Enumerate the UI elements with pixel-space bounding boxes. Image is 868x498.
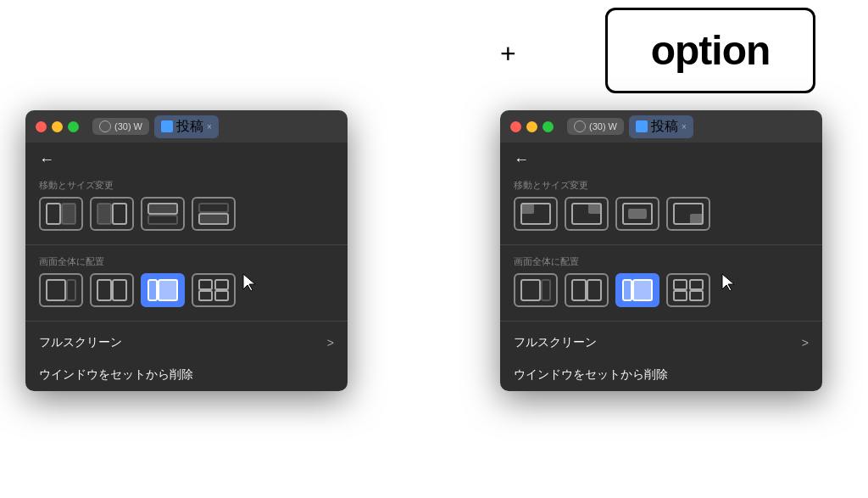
right-window-panel: (30) W 投稿 × ← 移動とサイズ変更 — [500, 110, 822, 391]
left-fullscreen-chevron-icon: > — [327, 336, 334, 350]
left-dropdown-panel: ← 移動とサイズ変更 — [25, 143, 348, 391]
svg-rect-11 — [199, 214, 228, 224]
left-active-tab[interactable]: 投稿 × — [154, 115, 219, 138]
right-grid-icon-4[interactable] — [666, 197, 710, 231]
right-back-row: ← — [500, 143, 822, 174]
left-divider2 — [25, 321, 348, 322]
right-grid-icon-1[interactable] — [514, 197, 558, 231]
left-globe-icon — [99, 120, 111, 132]
right-fullscreen-button[interactable] — [542, 121, 554, 132]
svg-rect-27 — [628, 209, 647, 219]
svg-rect-20 — [199, 291, 212, 300]
right-back-arrow-icon[interactable]: ← — [514, 151, 529, 169]
left-grid-icon-2[interactable] — [90, 197, 134, 231]
right-title-bar: (30) W 投稿 × — [500, 110, 822, 143]
option-key-label: option — [651, 27, 771, 74]
left-remove-item[interactable]: ウインドウをセットから削除 — [25, 359, 348, 391]
right-active-tab[interactable]: 投稿 × — [629, 115, 693, 138]
left-section1-label: 移動とサイズ変更 — [25, 174, 348, 197]
left-layout-icon-4[interactable] — [192, 273, 236, 307]
left-minimize-button[interactable] — [52, 121, 63, 132]
left-window-panel: (30) W 投稿 × ← 移動とサイズ変更 — [25, 110, 348, 391]
left-tab-close-button[interactable]: × — [207, 122, 212, 131]
left-section2-label: 画面全体に配置 — [25, 250, 348, 273]
plus-sign: + — [500, 38, 516, 70]
right-remove-item[interactable]: ウインドウをセットから削除 — [500, 359, 822, 391]
left-close-button[interactable] — [36, 121, 47, 132]
svg-rect-37 — [690, 280, 703, 289]
left-grid-icon-3[interactable] — [141, 197, 185, 231]
left-active-tab-label: 投稿 — [176, 118, 203, 136]
option-key-box: option — [605, 8, 815, 93]
left-layout-grid — [25, 273, 348, 316]
left-tab-count[interactable]: (30) W — [92, 118, 149, 135]
right-remove-label: ウインドウをセットから削除 — [514, 367, 668, 383]
right-dropdown-panel: ← 移動とサイズ変更 — [500, 143, 822, 391]
left-layout-icon-1[interactable] — [39, 273, 83, 307]
left-tab-active-icon — [161, 120, 173, 132]
right-close-button[interactable] — [510, 121, 521, 132]
right-tab-active-icon — [636, 120, 648, 132]
right-fullscreen-chevron-icon: > — [802, 336, 809, 350]
right-layout-icon-3[interactable] — [615, 273, 659, 307]
left-tab-count-label: (30) W — [114, 121, 142, 131]
left-fullscreen-button[interactable] — [68, 121, 79, 132]
right-minimize-button[interactable] — [526, 121, 537, 132]
svg-rect-19 — [215, 280, 228, 289]
left-move-grid — [25, 197, 348, 239]
right-tab-bar: (30) W 投稿 × — [567, 115, 812, 138]
left-title-bar: (30) W 投稿 × — [25, 110, 348, 143]
svg-rect-39 — [690, 291, 703, 300]
right-section2-label: 画面全体に配置 — [500, 250, 822, 273]
right-divider — [500, 244, 822, 245]
svg-rect-23 — [521, 204, 534, 214]
left-fullscreen-label: フルスクリーン — [39, 335, 122, 350]
left-fullscreen-item[interactable]: フルスクリーン > — [25, 327, 348, 359]
svg-rect-17 — [159, 280, 177, 300]
right-traffic-lights — [510, 121, 554, 132]
svg-rect-7 — [148, 215, 177, 224]
left-tab-bar: (30) W 投稿 × — [92, 115, 337, 138]
left-grid-icon-4[interactable] — [192, 197, 236, 231]
svg-rect-31 — [542, 280, 550, 300]
left-layout-icon-3[interactable] — [141, 273, 185, 307]
left-divider — [25, 244, 348, 245]
right-layout-icon-4[interactable] — [666, 273, 710, 307]
right-globe-icon — [574, 120, 586, 132]
right-tab-count[interactable]: (30) W — [567, 118, 624, 135]
right-fullscreen-item[interactable]: フルスクリーン > — [500, 327, 822, 359]
right-grid-icon-3[interactable] — [615, 197, 659, 231]
left-back-arrow-icon[interactable]: ← — [39, 151, 54, 169]
svg-rect-29 — [690, 214, 703, 224]
right-layout-icon-2[interactable] — [565, 273, 609, 307]
right-layout-grid — [500, 273, 822, 316]
right-divider2 — [500, 321, 822, 322]
svg-rect-2 — [62, 204, 75, 224]
left-layout-icon-2[interactable] — [90, 273, 134, 307]
svg-rect-18 — [199, 280, 212, 289]
svg-rect-30 — [521, 280, 540, 300]
svg-rect-21 — [215, 291, 228, 300]
left-back-row: ← — [25, 143, 348, 174]
right-active-tab-label: 投稿 — [651, 118, 678, 136]
right-section1-label: 移動とサイズ変更 — [500, 174, 822, 197]
right-tab-close-button[interactable]: × — [682, 122, 687, 131]
right-grid-icon-2[interactable] — [565, 197, 609, 231]
svg-rect-5 — [97, 204, 111, 224]
right-tab-count-label: (30) W — [589, 121, 617, 131]
svg-rect-34 — [623, 280, 632, 300]
right-layout-icon-1[interactable] — [514, 273, 558, 307]
svg-rect-36 — [674, 280, 687, 289]
right-move-grid — [500, 197, 822, 239]
svg-rect-32 — [572, 280, 586, 300]
svg-rect-13 — [67, 280, 75, 300]
svg-rect-16 — [148, 280, 157, 300]
svg-rect-0 — [47, 204, 60, 224]
left-grid-icon-1[interactable] — [39, 197, 83, 231]
svg-rect-12 — [47, 280, 65, 300]
svg-rect-25 — [588, 204, 601, 214]
svg-rect-35 — [633, 280, 652, 300]
svg-rect-33 — [587, 280, 601, 300]
svg-rect-15 — [113, 280, 126, 300]
svg-rect-14 — [97, 280, 111, 300]
